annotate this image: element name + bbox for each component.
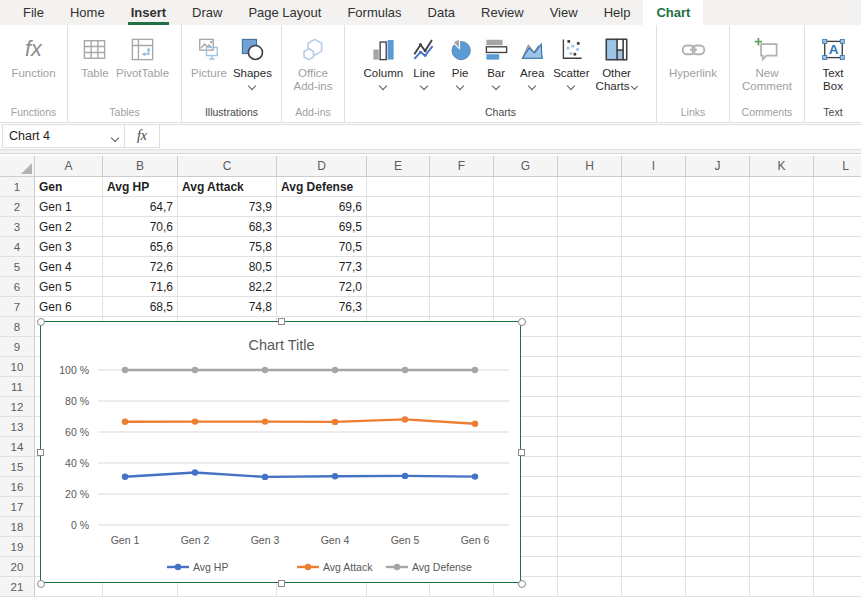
cell[interactable] xyxy=(686,337,750,357)
row-header-4[interactable]: 4 xyxy=(0,237,35,257)
tab-view[interactable]: View xyxy=(537,0,591,25)
cell[interactable] xyxy=(430,217,494,237)
selection-handle[interactable] xyxy=(278,580,285,587)
tab-page-layout[interactable]: Page Layout xyxy=(235,0,334,25)
row-header-21[interactable]: 21 xyxy=(0,577,35,597)
cell[interactable] xyxy=(622,457,686,477)
cell[interactable] xyxy=(622,237,686,257)
cell[interactable] xyxy=(750,257,814,277)
cell[interactable] xyxy=(558,497,622,517)
cell[interactable] xyxy=(367,257,430,277)
cell[interactable]: 74,8 xyxy=(178,297,277,317)
cell[interactable] xyxy=(750,377,814,397)
cell[interactable] xyxy=(814,337,861,357)
cell[interactable]: Gen 1 xyxy=(35,197,103,217)
cell[interactable] xyxy=(814,217,861,237)
cell[interactable] xyxy=(750,477,814,497)
row-header-6[interactable]: 6 xyxy=(0,277,35,297)
cell[interactable]: 72,6 xyxy=(103,257,178,277)
cell[interactable] xyxy=(750,537,814,557)
cell[interactable] xyxy=(558,417,622,437)
cell[interactable] xyxy=(686,357,750,377)
cell[interactable] xyxy=(622,537,686,557)
cell[interactable] xyxy=(558,197,622,217)
cell[interactable] xyxy=(558,377,622,397)
cell[interactable] xyxy=(814,517,861,537)
column-header-H[interactable]: H xyxy=(558,156,622,177)
cell[interactable] xyxy=(814,577,861,597)
cell[interactable] xyxy=(686,237,750,257)
cell[interactable]: Gen 2 xyxy=(35,217,103,237)
cell[interactable] xyxy=(750,497,814,517)
cell[interactable] xyxy=(558,297,622,317)
cell[interactable] xyxy=(558,437,622,457)
cell[interactable] xyxy=(622,277,686,297)
column-header-A[interactable]: A xyxy=(35,156,103,177)
cell[interactable] xyxy=(622,377,686,397)
cell[interactable] xyxy=(814,397,861,417)
cell[interactable] xyxy=(686,257,750,277)
tab-file[interactable]: File xyxy=(10,0,57,25)
cell[interactable]: 65,6 xyxy=(103,237,178,257)
cell[interactable] xyxy=(686,517,750,537)
cell[interactable]: 69,6 xyxy=(277,197,367,217)
cell[interactable] xyxy=(750,437,814,457)
cell[interactable]: Avg Attack xyxy=(178,177,277,197)
cell[interactable] xyxy=(814,277,861,297)
cell[interactable] xyxy=(750,177,814,197)
cell[interactable]: 76,3 xyxy=(277,297,367,317)
selection-handle[interactable] xyxy=(518,580,526,588)
row-header-1[interactable]: 1 xyxy=(0,177,35,197)
cell[interactable]: 64,7 xyxy=(103,197,178,217)
area-chart-button[interactable]: Area xyxy=(515,32,549,91)
cell[interactable] xyxy=(686,577,750,597)
cell[interactable] xyxy=(430,257,494,277)
cell[interactable] xyxy=(558,577,622,597)
column-header-E[interactable]: E xyxy=(367,156,430,177)
cell[interactable] xyxy=(622,577,686,597)
insert-function-button[interactable]: fx xyxy=(125,124,160,148)
cell[interactable] xyxy=(686,437,750,457)
cell[interactable] xyxy=(814,257,861,277)
cell[interactable] xyxy=(686,177,750,197)
text-box-button[interactable]: ATextBox xyxy=(816,32,850,95)
cell[interactable] xyxy=(494,277,558,297)
cell[interactable] xyxy=(430,237,494,257)
column-header-K[interactable]: K xyxy=(750,156,814,177)
cell[interactable] xyxy=(814,297,861,317)
cell[interactable] xyxy=(814,197,861,217)
row-header-17[interactable]: 17 xyxy=(0,497,35,517)
cell[interactable] xyxy=(558,557,622,577)
cell[interactable] xyxy=(430,197,494,217)
name-box[interactable]: Chart 4 xyxy=(2,124,125,148)
cell[interactable] xyxy=(494,237,558,257)
chart-object[interactable]: Chart Title100 %80 %60 %40 %20 %0 %Gen 1… xyxy=(40,321,521,583)
cell[interactable] xyxy=(814,357,861,377)
cell[interactable] xyxy=(686,277,750,297)
cell[interactable] xyxy=(622,317,686,337)
cell[interactable] xyxy=(558,477,622,497)
cell[interactable] xyxy=(622,217,686,237)
row-header-9[interactable]: 9 xyxy=(0,337,35,357)
cell[interactable] xyxy=(558,457,622,477)
selection-handle[interactable] xyxy=(37,580,45,588)
formula-input[interactable] xyxy=(160,124,861,148)
shapes-button[interactable]: Shapes xyxy=(231,32,274,91)
tab-home[interactable]: Home xyxy=(57,0,118,25)
cell[interactable] xyxy=(750,397,814,417)
cell[interactable] xyxy=(558,397,622,417)
cell[interactable] xyxy=(814,237,861,257)
cell[interactable] xyxy=(367,237,430,257)
select-all-corner[interactable] xyxy=(0,156,35,177)
cell[interactable] xyxy=(686,197,750,217)
cell[interactable]: 75,8 xyxy=(178,237,277,257)
cell[interactable] xyxy=(750,357,814,377)
cell[interactable]: 80,5 xyxy=(178,257,277,277)
column-header-L[interactable]: L xyxy=(814,156,861,177)
cell[interactable] xyxy=(750,317,814,337)
tab-draw[interactable]: Draw xyxy=(179,0,235,25)
cell[interactable]: Avg Defense xyxy=(277,177,367,197)
row-header-13[interactable]: 13 xyxy=(0,417,35,437)
row-header-20[interactable]: 20 xyxy=(0,557,35,577)
selection-handle[interactable] xyxy=(37,449,44,456)
